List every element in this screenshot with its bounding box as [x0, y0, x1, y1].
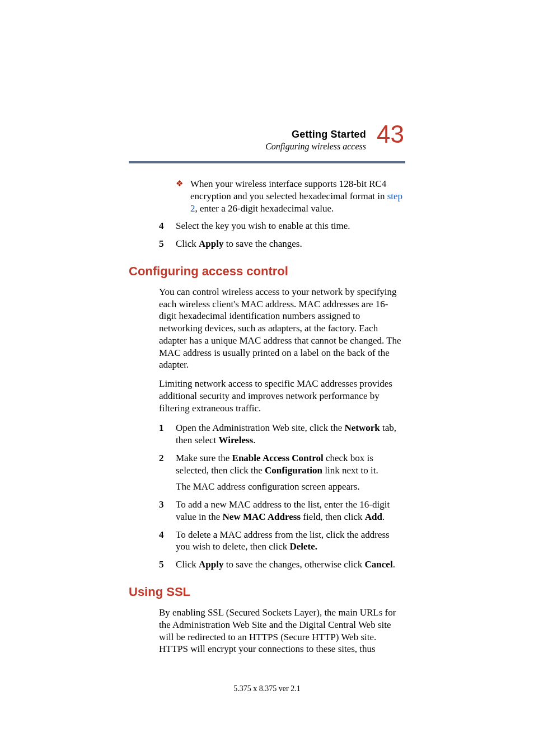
- bold-text: Enable Access Control: [232, 453, 324, 463]
- bold-text: Apply: [199, 559, 223, 570]
- step-4b: 4 To delete a MAC address from the list,…: [159, 529, 405, 553]
- bold-text: Delete.: [289, 541, 317, 552]
- text: , enter a 26-digit hexadecimal value.: [195, 203, 334, 214]
- text: Click: [176, 238, 199, 249]
- step-text: Open the Administration Web site, click …: [176, 422, 405, 447]
- text: field, then click: [301, 511, 365, 522]
- text: Open the Administration Web site, click …: [176, 422, 344, 433]
- step-text: To delete a MAC address from the list, c…: [176, 529, 405, 553]
- text: .: [253, 435, 255, 445]
- step-number: 3: [159, 499, 176, 523]
- step-5: 5 Click Apply to save the changes.: [159, 238, 405, 250]
- heading-access-control: Configuring access control: [129, 264, 405, 279]
- bold-text: Add: [365, 511, 382, 522]
- step-2: 2 Make sure the Enable Access Control ch…: [159, 452, 405, 477]
- bold-text: Cancel: [365, 559, 393, 570]
- section-title: Configuring wireless access: [265, 142, 366, 152]
- text: .: [393, 559, 395, 570]
- step-follow-text: The MAC address configuration screen app…: [176, 481, 405, 493]
- step-3: 3 To add a new MAC address to the list, …: [159, 499, 405, 523]
- step-text: Click Apply to save the changes.: [176, 238, 405, 250]
- step-4: 4 Select the key you wish to enable at t…: [159, 220, 405, 232]
- text: to save the changes.: [224, 238, 302, 249]
- bold-text: Network: [344, 422, 380, 433]
- bold-text: New MAC Address: [223, 511, 301, 522]
- text: link next to it.: [322, 465, 378, 476]
- page-number: 43: [377, 122, 404, 147]
- text: .: [382, 511, 385, 522]
- text: Click: [176, 559, 199, 570]
- running-head: Getting Started Configuring wireless acc…: [265, 129, 366, 152]
- bold-text: Wireless: [218, 435, 253, 445]
- step-number: 4: [159, 529, 176, 553]
- chapter-title: Getting Started: [265, 129, 366, 140]
- document-page: 43 Getting Started Configuring wireless …: [0, 0, 534, 756]
- list-item: ❖ When your wireless interface supports …: [176, 178, 405, 214]
- text: Make sure the: [176, 453, 232, 463]
- heading-using-ssl: Using SSL: [129, 584, 405, 600]
- page-footer: 5.375 x 8.375 ver 2.1: [0, 684, 534, 693]
- step-number: 5: [159, 238, 176, 250]
- step-text: To add a new MAC address to the list, en…: [176, 499, 405, 523]
- step-text: Click Apply to save the changes, otherwi…: [176, 558, 405, 571]
- step-1: 1 Open the Administration Web site, clic…: [159, 422, 405, 447]
- header-rule: [129, 161, 405, 163]
- step-number: 5: [159, 558, 176, 571]
- step-number: 1: [159, 422, 176, 447]
- diamond-bullet-icon: ❖: [176, 178, 190, 214]
- text: To delete a MAC address from the list, c…: [176, 529, 390, 552]
- step-text: Select the key you wish to enable at thi…: [176, 220, 405, 232]
- step-number: 2: [159, 452, 176, 477]
- paragraph: By enabling SSL (Secured Sockets Layer),…: [159, 607, 405, 655]
- step-text: Make sure the Enable Access Control chec…: [176, 452, 405, 477]
- step-5b: 5 Click Apply to save the changes, other…: [159, 558, 405, 571]
- paragraph: Limiting network access to specific MAC …: [159, 378, 405, 414]
- paragraph: You can control wireless access to your …: [159, 286, 405, 371]
- bullet-text: When your wireless interface supports 12…: [190, 178, 405, 214]
- bold-text: Apply: [199, 238, 223, 249]
- bold-text: Configuration: [265, 465, 322, 476]
- step-number: 4: [159, 220, 176, 232]
- text: to save the changes, otherwise click: [224, 559, 365, 570]
- text: When your wireless interface supports 12…: [190, 179, 387, 201]
- page-content: ❖ When your wireless interface supports …: [129, 178, 405, 655]
